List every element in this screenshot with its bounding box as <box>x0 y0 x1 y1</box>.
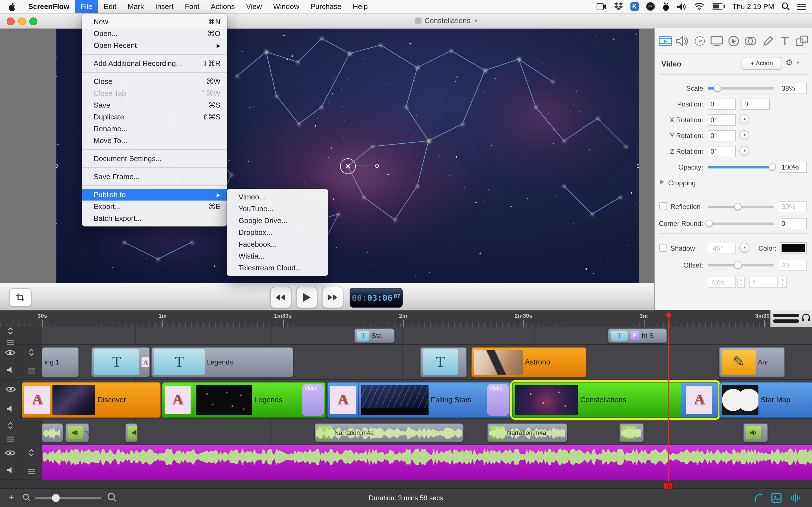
zoom-out-icon[interactable] <box>22 494 31 504</box>
eye-icon[interactable] <box>5 449 15 459</box>
track-menu-icon[interactable] <box>28 365 35 376</box>
menu-bar-clock[interactable]: Thu 2:19 PM <box>732 2 774 11</box>
video-action-badge[interactable]: Video <box>302 384 324 415</box>
file-menu-item-new[interactable]: New⌘N <box>82 16 227 27</box>
publish-submenu-item-facebook[interactable]: Facebook... <box>227 238 328 250</box>
file-menu-item-publish-to[interactable]: Publish to▶ <box>82 189 227 201</box>
speaker-icon[interactable] <box>6 365 15 376</box>
playhead-marker[interactable] <box>666 313 671 318</box>
z-rotation-dial[interactable] <box>739 146 749 156</box>
apple-menu[interactable] <box>0 2 22 11</box>
file-menu-item-batch-export[interactable]: Batch Export... <box>82 212 227 224</box>
selection-edge-handle-right[interactable] <box>637 164 639 168</box>
file-menu-item-rename[interactable]: Rename... <box>82 123 227 135</box>
clip-star-map[interactable]: Star Map <box>719 382 812 418</box>
file-menu-item-add-additional-recording[interactable]: Add Additional Recording...⇧⌘R <box>82 57 227 69</box>
clip-sta[interactable]: TSta <box>354 328 395 343</box>
reflection-value-field[interactable]: 30% <box>779 201 807 212</box>
file-menu-item-document-settings[interactable]: Document Settings... <box>82 153 227 165</box>
playhead-handle[interactable] <box>664 482 673 490</box>
clip[interactable]: T <box>420 347 467 377</box>
zoom-window-button[interactable] <box>29 17 37 25</box>
y-rotation-dial[interactable] <box>739 130 749 140</box>
notification-center-icon[interactable] <box>797 0 806 13</box>
media-library-icon[interactable] <box>771 493 781 505</box>
corner-round-slider[interactable] <box>708 223 774 225</box>
z-rotation-field[interactable]: 0° <box>708 146 736 157</box>
clip-constellations[interactable]: ConstellationsA <box>512 382 718 418</box>
close-window-button[interactable] <box>7 17 15 25</box>
opacity-value-field[interactable]: 100% <box>779 162 807 173</box>
menu-bar-item-insert[interactable]: Insert <box>149 0 179 13</box>
clip-narration-m4a[interactable]: Narration.m4a <box>487 423 567 442</box>
creative-cloud-icon[interactable]: ∞ <box>646 0 654 13</box>
timeline-ruler[interactable]: 30s1m1m30s2m2m30s3m3m30s <box>0 310 812 327</box>
publish-submenu-item-dropbox[interactable]: Dropbox... <box>227 226 328 238</box>
file-menu-item-open-recent[interactable]: Open Recent▶ <box>82 40 227 51</box>
eye-icon[interactable] <box>5 385 15 395</box>
dropbox-icon[interactable] <box>614 0 623 13</box>
track-menu-icon[interactable] <box>28 466 35 476</box>
menu-bar-item-help[interactable]: Help <box>347 0 373 13</box>
headphones-icon[interactable] <box>801 313 811 325</box>
chroma-key-icon[interactable] <box>753 493 763 505</box>
app-blob-icon[interactable] <box>662 0 670 13</box>
publish-submenu-item-google-drive[interactable]: Google Drive... <box>227 215 328 226</box>
video-action-badge[interactable]: Video <box>487 384 509 415</box>
publish-submenu-item-youtube[interactable]: YouTube... <box>227 203 328 215</box>
clip-astrono[interactable]: Astrono <box>471 347 587 377</box>
inspector-tab-annotations[interactable] <box>760 34 775 48</box>
shadow-opacity-stepper[interactable]: ▲▼ <box>737 277 745 288</box>
reflection-checkbox[interactable] <box>659 202 667 210</box>
offset-value-field[interactable]: 40 <box>779 260 807 271</box>
reflection-slider[interactable] <box>708 206 774 208</box>
clip-legends[interactable]: ALegendsVideo <box>162 382 326 418</box>
shadow-opacity-field[interactable]: 75% <box>708 277 736 288</box>
clip-anr[interactable]: ✎Anr <box>719 347 785 377</box>
inspector-tab-video-properties[interactable] <box>658 34 673 48</box>
inspector-tab-screen-recording[interactable] <box>709 34 724 48</box>
inspector-tab-timing[interactable] <box>692 34 707 48</box>
speaker-icon[interactable] <box>6 466 15 476</box>
minimize-window-button[interactable] <box>18 17 26 25</box>
menu-bar-item-file[interactable]: File <box>75 0 98 13</box>
x-rotation-field[interactable]: 0° <box>708 114 736 126</box>
menu-bar-item-font[interactable]: Font <box>179 0 205 13</box>
publish-submenu-item-vimeo[interactable]: Vimeo... <box>227 191 328 203</box>
cropping-label[interactable]: Cropping <box>668 179 696 187</box>
file-menu-item-duplicate[interactable]: Duplicate⇧⌘S <box>82 111 227 123</box>
crop-tool-button[interactable] <box>9 288 32 306</box>
inspector-tab-media[interactable] <box>795 34 809 48</box>
play-button[interactable] <box>296 287 317 308</box>
inspector-tab-audio-properties[interactable] <box>675 34 690 48</box>
track-resize-chevrons-icon[interactable] <box>7 327 13 337</box>
menu-bar-item-actions[interactable]: Actions <box>205 0 241 13</box>
k-app-icon[interactable]: K <box>630 0 639 13</box>
publish-submenu-item-wistia[interactable]: Wistia... <box>227 250 328 262</box>
timeline-zoom-slider[interactable] <box>35 497 101 499</box>
battery-icon[interactable] <box>711 0 725 13</box>
disclosure-triangle-icon[interactable] <box>660 180 664 184</box>
clip[interactable] <box>619 423 644 442</box>
document-title[interactable]: Constellations ▼ <box>415 13 478 28</box>
clip[interactable] <box>42 423 63 442</box>
volume-icon[interactable] <box>677 0 687 13</box>
file-menu-item-save[interactable]: Save⌘S <box>82 99 227 111</box>
shadow-blur-field[interactable]: 4 <box>749 277 777 288</box>
menu-bar-item-purchase[interactable]: Purchase <box>305 0 347 13</box>
timeline-zoom-knob[interactable] <box>52 494 60 502</box>
menu-bar-item-view[interactable]: View <box>241 0 267 13</box>
add-action-button[interactable]: + Action <box>742 57 782 70</box>
selection-handle-dot[interactable] <box>375 164 379 168</box>
zoom-in-icon[interactable] <box>107 492 117 504</box>
track-resize-chevrons-icon[interactable] <box>7 421 13 432</box>
y-rotation-field[interactable]: 0° <box>708 130 736 142</box>
file-menu-item-close[interactable]: Close⌘W <box>82 75 227 87</box>
track-resize-chevrons-icon[interactable] <box>29 448 35 459</box>
clip-ht-s[interactable]: TPht S <box>608 328 667 343</box>
publish-submenu-item-telestream-cloud[interactable]: Telestream Cloud... <box>227 262 328 274</box>
scale-value-field[interactable]: 38% <box>779 83 807 94</box>
menu-bar-item-screenflow[interactable]: ScreenFlow <box>22 0 75 13</box>
playhead-line[interactable] <box>668 312 668 489</box>
clip[interactable] <box>743 423 768 442</box>
